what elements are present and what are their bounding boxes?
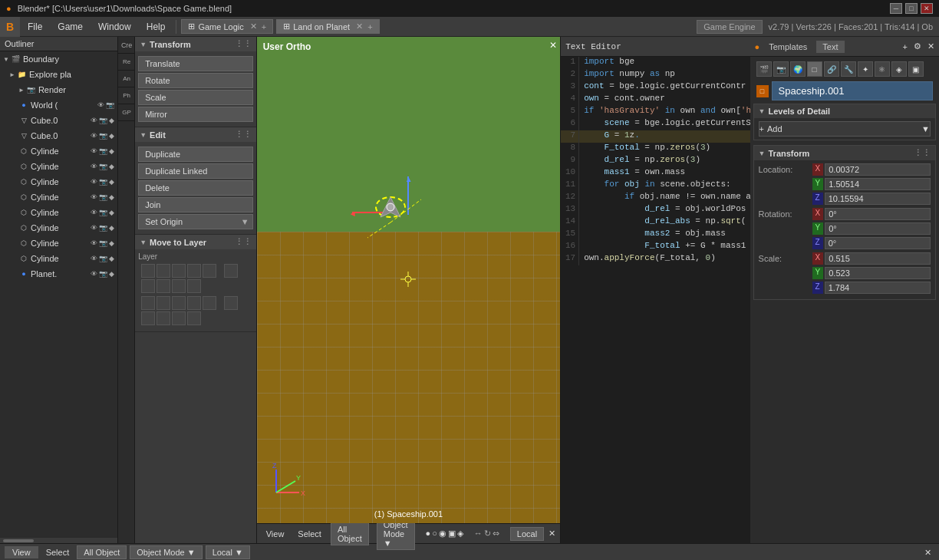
view-menu[interactable]: View: [262, 529, 289, 539]
texture-props-icon[interactable]: ▣: [908, 61, 924, 77]
engine-selector[interactable]: Game Engine: [697, 20, 762, 34]
layer-cell-7[interactable]: [141, 279, 155, 293]
tab-add-icon-2[interactable]: +: [367, 22, 372, 31]
outliner-item-render[interactable]: ► 📷 Render: [0, 82, 117, 97]
edit-header[interactable]: ▼ Edit ⋮⋮: [135, 127, 256, 142]
layer-cell-14[interactable]: [187, 296, 201, 310]
workspace-tab-land-on-planet[interactable]: ⊞ Land on Planet ✕ +: [276, 19, 379, 34]
layer-cell-6[interactable]: [224, 264, 238, 278]
tab-text[interactable]: Text: [816, 41, 844, 53]
layer-cell-8[interactable]: [156, 279, 170, 293]
material-icon[interactable]: ◈: [457, 529, 463, 539]
outliner-scrollbar[interactable]: [0, 537, 117, 543]
layer-cell-11[interactable]: [141, 296, 155, 310]
menu-game[interactable]: Game: [50, 17, 91, 36]
tab-close-icon-2[interactable]: ✕: [356, 21, 363, 31]
duplicate-button[interactable]: Duplicate: [138, 147, 253, 162]
outliner-item-cyl7[interactable]: ⬡ Cylinde 👁 📷 ◆: [0, 236, 117, 251]
right-panel-add-icon[interactable]: +: [903, 42, 908, 51]
menu-window[interactable]: Window: [91, 17, 139, 36]
layer-cell-3[interactable]: [172, 264, 186, 278]
outliner-item-cyl5[interactable]: ⬡ Cylinde 👁 📷 ◆: [0, 205, 117, 220]
mirror-button[interactable]: Mirror: [138, 107, 253, 122]
material-props-icon[interactable]: ◈: [891, 61, 907, 77]
right-panel-settings-icon[interactable]: ⚙: [914, 41, 921, 51]
layer-cell-5[interactable]: [203, 264, 216, 278]
scale-z-input[interactable]: [825, 282, 931, 294]
layer-cell-15[interactable]: [203, 296, 216, 310]
local-bottom[interactable]: Local ▼: [206, 545, 250, 559]
tab-add-icon[interactable]: +: [262, 22, 266, 31]
maximize-button[interactable]: □: [905, 3, 918, 14]
outliner-item-cyl1[interactable]: ⬡ Cylinde 👁 📷 ◆: [0, 143, 117, 159]
viewport-3d[interactable]: User Ortho ✕ ▲ ◄: [257, 37, 561, 543]
menu-help[interactable]: Help: [139, 17, 173, 36]
translate-button[interactable]: Translate: [138, 56, 253, 71]
right-panel-close-icon[interactable]: ✕: [927, 41, 934, 51]
outliner-item-cube1[interactable]: ▽ Cube.0 👁 📷 ◆: [0, 113, 117, 128]
render-props-icon[interactable]: 📷: [773, 61, 789, 77]
layer-cell-16[interactable]: [224, 296, 238, 310]
outliner-item-planet[interactable]: ● Planet. 👁 📷 ◆: [0, 266, 117, 282]
props-tab-physics[interactable]: Ph: [118, 87, 135, 104]
join-button[interactable]: Join: [138, 197, 253, 212]
location-z-input[interactable]: [825, 193, 931, 205]
local-selector[interactable]: Local: [510, 527, 544, 541]
particles-props-icon[interactable]: ✦: [858, 61, 873, 77]
viewport-canvas[interactable]: User Ortho ✕ ▲ ◄: [257, 37, 560, 523]
outliner-item-cyl6[interactable]: ⬡ Cylinde 👁 📷 ◆: [0, 220, 117, 236]
outliner-item-boundary[interactable]: ▼ 🎬 Boundary: [0, 51, 117, 67]
object-props-icon[interactable]: □: [807, 61, 822, 77]
outliner-item-cyl2[interactable]: ⬡ Cylinde 👁 📷 ◆: [0, 159, 117, 174]
set-origin-button[interactable]: Set Origin ▼: [138, 214, 253, 229]
outliner-item-world[interactable]: ● World ( 👁 📷: [0, 97, 117, 113]
props-tab-create[interactable]: Cre: [118, 37, 135, 54]
layer-cell-18[interactable]: [156, 311, 170, 325]
scene-props-icon[interactable]: 🎬: [756, 61, 772, 77]
solid-shading-icon[interactable]: ●: [426, 529, 431, 539]
modifier-props-icon[interactable]: 🔧: [841, 61, 856, 77]
scale-y-input[interactable]: [825, 267, 931, 279]
rotate-manip-icon[interactable]: ↻: [484, 529, 491, 539]
location-x-input[interactable]: [825, 163, 931, 176]
layer-cell-2[interactable]: [156, 264, 170, 278]
outliner-item-cyl8[interactable]: ⬡ Cylinde 👁 📷 ◆: [0, 251, 117, 266]
all-object-bottom[interactable]: All Object: [77, 545, 127, 559]
tab-close-icon[interactable]: ✕: [250, 21, 257, 31]
transform-props-header[interactable]: ▼ Transform ⋮⋮: [754, 146, 935, 160]
layer-cell-9[interactable]: [172, 279, 186, 293]
rotation-z-input[interactable]: [825, 237, 931, 249]
scale-manip-icon[interactable]: ⇔: [493, 529, 499, 539]
workspace-tab-game-logic[interactable]: ⊞ Game Logic ✕ +: [181, 19, 273, 34]
layer-cell-19[interactable]: [172, 311, 186, 325]
close-button[interactable]: ✕: [921, 3, 933, 14]
outliner-item-explore[interactable]: ► 📁 Explore pla: [0, 67, 117, 82]
scale-x-input[interactable]: [825, 252, 931, 265]
layer-cell-12[interactable]: [156, 296, 170, 310]
select-menu[interactable]: Select: [293, 529, 326, 539]
xray-icon[interactable]: ◉: [439, 529, 446, 539]
duplicate-linked-button[interactable]: Duplicate Linked: [138, 163, 253, 179]
texture-icon[interactable]: ▣: [448, 529, 456, 539]
outliner-item-cyl3[interactable]: ⬡ Cylinde 👁 📷 ◆: [0, 174, 117, 189]
rotation-y-input[interactable]: [825, 222, 931, 235]
layer-cell-13[interactable]: [172, 296, 186, 310]
bottom-tab-view[interactable]: View: [5, 546, 38, 558]
viewport-close-x[interactable]: ✕: [549, 529, 555, 539]
tab-templates[interactable]: Templates: [763, 41, 813, 53]
all-object-btn[interactable]: All Object: [331, 522, 369, 545]
world-props-icon[interactable]: 🌍: [790, 61, 806, 77]
constraint-props-icon[interactable]: 🔗: [824, 61, 839, 77]
rotation-x-input[interactable]: [825, 208, 931, 220]
location-y-input[interactable]: [825, 178, 931, 190]
add-lod-button[interactable]: + Add ▼: [759, 121, 931, 137]
translate-manip-icon[interactable]: ↔: [474, 529, 483, 539]
object-mode-bottom[interactable]: Object Mode ▼: [130, 545, 202, 559]
wire-icon[interactable]: ○: [432, 529, 437, 539]
viewport-close-icon[interactable]: ✕: [549, 40, 557, 51]
props-tab-animation[interactable]: An: [118, 71, 135, 87]
layer-cell-1[interactable]: [141, 264, 155, 278]
layer-cell-20[interactable]: [187, 311, 201, 325]
props-tab-relations[interactable]: Re: [118, 54, 135, 71]
menu-file[interactable]: File: [20, 17, 50, 36]
